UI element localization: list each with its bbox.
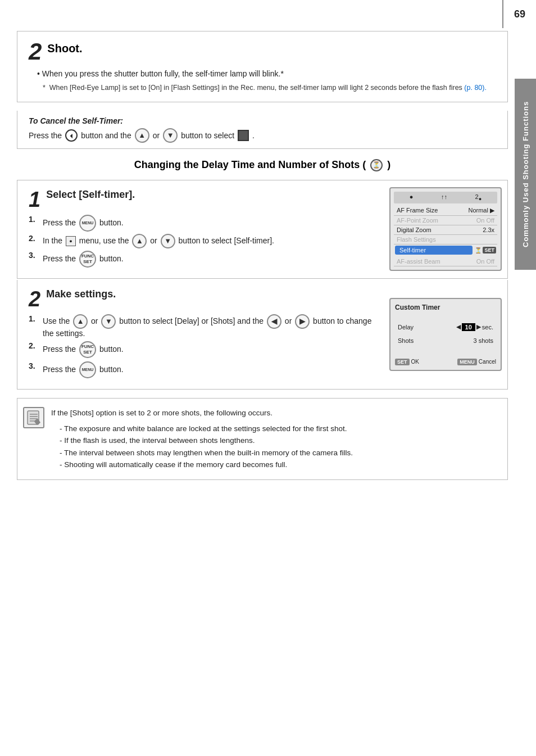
note-item-4: - Shooting will automatically cease if t… <box>60 459 496 471</box>
menu-button-icon: MENU <box>79 215 96 232</box>
step2-number: 2 <box>29 288 40 310</box>
step1-instruction-2: 2. In the ● menu, use the ▲ or ▼ button … <box>29 234 373 248</box>
shoot-section: 2 Shoot. • When you press the shutter bu… <box>17 31 508 102</box>
cancel-section: To Cancel the Self-Timer: Press the ⏴ bu… <box>17 111 508 149</box>
note-section: If the [Shots] option is set to 2 or mor… <box>17 398 508 480</box>
step2-row: 2 Make settings. 1. Use the ▲ or ▼ butto… <box>17 280 508 390</box>
rec-icon: ● <box>66 236 76 246</box>
cancel-title: To Cancel the Self-Timer: <box>29 116 496 125</box>
self-timer-icon: ⏴ <box>65 129 78 142</box>
up-arrow-icon: ▲ <box>132 234 147 248</box>
step2-left: 2 Make settings. 1. Use the ▲ or ▼ butto… <box>17 280 384 389</box>
menu-button2-icon: MENU <box>79 361 96 378</box>
down-arrow2-icon: ▼ <box>101 314 116 329</box>
step1-left: 1 Select [Self-timer]. 1. Press the MENU… <box>17 180 384 278</box>
stop-icon <box>238 130 249 141</box>
func-set-button-icon: FUNCSET <box>79 251 96 268</box>
step2-camera-screen: Custom Timer Delay ◀ 10 ▶ sec. Shots 3 s… <box>384 280 507 389</box>
custom-timer-icon: ⏳ <box>370 159 383 171</box>
func-set-button2-icon: FUNCSET <box>79 341 96 358</box>
step1-camera-screen: ● ↑↑ 2● AF Frame SizeNormal ▶ AF-Point Z… <box>384 180 507 278</box>
shoot-bullet: • When you press the shutter button full… <box>37 68 496 80</box>
up-arrow2-icon: ▲ <box>73 314 88 329</box>
shoot-title: Shoot. <box>47 40 82 55</box>
shoot-note: * When [Red-Eye Lamp] is set to [On] in … <box>43 83 496 93</box>
step2-instruction-2: 2. Press the FUNCSET button. <box>29 341 373 358</box>
page-link[interactable]: (p. 80). <box>464 84 487 92</box>
step1-instruction-1: 1. Press the MENU button. <box>29 215 373 232</box>
step1-instruction-3: 3. Press the FUNCSET button. <box>29 251 373 268</box>
step1-title: Select [Self-timer]. <box>46 189 135 201</box>
down-arrow-button: ▼ <box>163 128 178 143</box>
cancel-instruction: Press the ⏴ button and the ▲ or ▼ button… <box>29 128 496 143</box>
step2-title: Make settings. <box>46 288 116 300</box>
note-icon <box>23 407 44 428</box>
note-item-1: - The exposure and white balance are loc… <box>60 423 496 435</box>
page-number: 69 <box>502 0 536 28</box>
step1-row: 1 Select [Self-timer]. 1. Press the MENU… <box>17 180 508 279</box>
note-intro: If the [Shots] option is set to 2 or mor… <box>51 407 496 420</box>
step1-number: 1 <box>29 189 40 210</box>
step-number-2: 2 <box>29 40 42 64</box>
down-arrow-icon: ▼ <box>161 234 175 248</box>
step2-instruction-1: 1. Use the ▲ or ▼ button to select [Dela… <box>29 314 373 338</box>
note-item-3: - The interval between shots may lengthe… <box>60 447 496 459</box>
changing-section-title: Changing the Delay Time and Number of Sh… <box>17 159 508 171</box>
note-item-2: - If the flash is used, the interval bet… <box>60 434 496 447</box>
left-arrow-icon: ◀ <box>267 314 281 329</box>
side-tab: Commonly Used Shooting Functions <box>515 79 536 270</box>
right-arrow-icon: ▶ <box>295 314 310 329</box>
step2-instruction-3: 3. Press the MENU button. <box>29 361 373 378</box>
up-arrow-button: ▲ <box>135 128 149 143</box>
